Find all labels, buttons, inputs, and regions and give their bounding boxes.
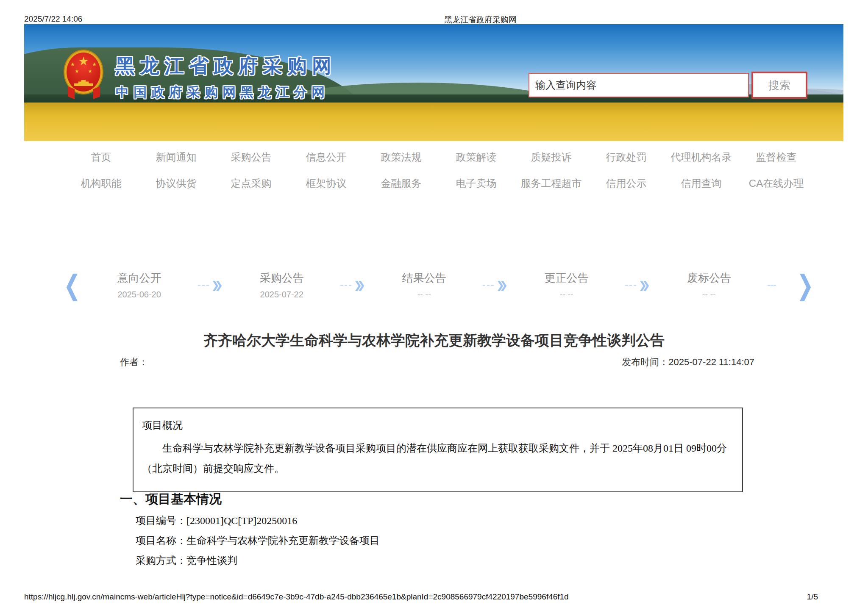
overview-body: 生命科学与农林学院补充更新教学设备项目采购项目的潜在供应商应在网上获取获取采购文… <box>142 438 734 479</box>
print-url: https://hljcg.hlj.gov.cn/maincms-web/art… <box>24 592 569 602</box>
nav-row-2: 机构职能 协议供货 定点采购 框架协议 金融服务 电子卖场 服务工程超市 信用公… <box>64 170 814 197</box>
article-meta: 作者： 发布时间：2025-07-22 11:14:07 <box>120 356 754 369</box>
printed-webpage: 2025/7/22 14:06 黑龙江省政府采购网 ★ ★ ★ ★ ★ 黑龙江省… <box>0 0 868 613</box>
overview-heading: 项目概况 <box>142 419 734 432</box>
nav-item-fixed-point-procurement[interactable]: 定点采购 <box>214 177 289 190</box>
section-basic-heading: 一、项目基本情况 <box>120 491 222 508</box>
timeline-arrow-icon: ❯❯ <box>483 279 508 291</box>
author-label: 作者： <box>120 356 148 369</box>
search-input[interactable] <box>529 73 749 97</box>
dash-line <box>198 285 209 286</box>
timeline-stage-label: 采购公告 <box>244 271 320 286</box>
timeline-stage-label: 意向公开 <box>101 271 178 286</box>
timeline-arrow-icon <box>768 285 776 286</box>
site-subtitle: 中国政府采购网黑龙江分网 <box>116 83 329 101</box>
timeline-stage-procurement[interactable]: 采购公告 2025-07-22 <box>244 271 320 300</box>
notice-timeline: ❮ 意向公开 2025-06-20 ❯❯ 采购公告 2025-07-22 ❯❯ … <box>64 262 814 308</box>
timeline-stage-label: 更正公告 <box>529 271 605 286</box>
timeline-arrow-icon: ❯❯ <box>198 279 223 291</box>
print-page-number: 1/5 <box>807 592 818 602</box>
nav-item-policy-interpretation[interactable]: 政策解读 <box>439 150 514 164</box>
timeline-stage-date: 2025-07-22 <box>244 290 320 300</box>
double-chevron-icon: ❯❯ <box>211 279 223 291</box>
timeline-stage-label: 废标公告 <box>671 271 747 286</box>
chevron-right-icon[interactable]: ❯ <box>797 272 814 299</box>
project-number: 项目编号：[230001]QC[TP]20250016 <box>136 511 380 531</box>
timeline-stage-abandoned[interactable]: 废标公告 -- -- <box>671 271 747 300</box>
nav-item-framework-agreement[interactable]: 框架协议 <box>289 177 364 190</box>
nav-item-credit-publicity[interactable]: 信用公示 <box>589 177 664 190</box>
site-name: 黑龙江省政府采购网 <box>115 53 337 79</box>
nav-item-service-engineering-mall[interactable]: 服务工程超市 <box>514 177 589 190</box>
dash-line <box>483 285 494 286</box>
timeline-stage-result[interactable]: 结果公告 -- -- <box>386 271 462 300</box>
timeline-stage-intent[interactable]: 意向公开 2025-06-20 <box>101 271 178 300</box>
nav-item-policy-laws[interactable]: 政策法规 <box>364 150 439 164</box>
nav-item-agency-directory[interactable]: 代理机构名录 <box>664 150 739 164</box>
chevron-left-icon[interactable]: ❮ <box>64 272 81 299</box>
emblem-ribbon <box>68 86 75 99</box>
star-icon: ★ <box>70 62 75 67</box>
project-name: 项目名称：生命科学与农林学院补充更新教学设备项目 <box>136 531 380 551</box>
search-button[interactable]: 搜索 <box>751 72 807 99</box>
nav-item-supervision[interactable]: 监督检查 <box>739 150 814 164</box>
double-chevron-icon: ❯❯ <box>496 279 508 291</box>
double-chevron-icon: ❯❯ <box>353 279 365 291</box>
dash-line <box>625 285 636 286</box>
timeline-stage-label: 结果公告 <box>386 271 462 286</box>
timeline-stage-date: -- -- <box>529 290 605 300</box>
star-icon: ★ <box>78 55 89 67</box>
dash-line <box>340 285 351 286</box>
star-icon: ★ <box>92 62 97 67</box>
project-overview-box: 项目概况 生命科学与农林学院补充更新教学设备项目采购项目的潜在供应商应在网上获取… <box>133 408 743 492</box>
nav-item-agreement-supply[interactable]: 协议供货 <box>139 177 214 190</box>
timeline-stage-date: 2025-06-20 <box>101 290 178 300</box>
nav-item-ca-online[interactable]: CA在线办理 <box>739 177 814 190</box>
timeline-arrow-icon: ❯❯ <box>625 279 650 291</box>
main-nav: 首页 新闻通知 采购公告 信息公开 政策法规 政策解读 质疑投诉 行政处罚 代理… <box>64 144 814 197</box>
national-emblem-icon: ★ ★ ★ ★ ★ <box>64 50 103 98</box>
nav-item-info-disclosure[interactable]: 信息公开 <box>289 150 364 164</box>
print-timestamp: 2025/7/22 14:06 <box>24 14 82 24</box>
procurement-method: 采购方式：竞争性谈判 <box>136 551 380 571</box>
banner-golden-field <box>24 103 843 141</box>
nav-item-procurement-notice[interactable]: 采购公告 <box>214 150 289 164</box>
nav-item-complaints[interactable]: 质疑投诉 <box>514 150 589 164</box>
nav-item-home[interactable]: 首页 <box>64 150 139 164</box>
timeline-arrow-icon: ❯❯ <box>340 279 365 291</box>
double-chevron-icon: ❯❯ <box>638 279 650 291</box>
emblem-ribbon <box>93 86 100 99</box>
section-basic-items: 项目编号：[230001]QC[TP]20250016 项目名称：生命科学与农林… <box>136 511 380 571</box>
nav-item-financial-services[interactable]: 金融服务 <box>364 177 439 190</box>
timeline-stage-date: -- -- <box>671 290 747 300</box>
dash-line <box>768 285 776 286</box>
nav-item-news[interactable]: 新闻通知 <box>139 150 214 164</box>
timeline-stage-date: -- -- <box>386 290 462 300</box>
nav-item-org-functions[interactable]: 机构职能 <box>64 177 139 190</box>
nav-row-1: 首页 新闻通知 采购公告 信息公开 政策法规 政策解读 质疑投诉 行政处罚 代理… <box>64 144 814 170</box>
tiananmen-gate-icon <box>74 80 93 86</box>
nav-item-credit-query[interactable]: 信用查询 <box>664 177 739 190</box>
article-title: 齐齐哈尔大学生命科学与农林学院补充更新教学设备项目竞争性谈判公告 <box>0 331 868 350</box>
star-icon: ★ <box>75 69 79 74</box>
site-search: 搜索 <box>529 72 807 99</box>
nav-item-e-marketplace[interactable]: 电子卖场 <box>439 177 514 190</box>
publish-time: 发布时间：2025-07-22 11:14:07 <box>622 356 754 369</box>
site-banner: ★ ★ ★ ★ ★ 黑龙江省政府采购网 中国政府采购网黑龙江分网 搜索 <box>24 24 843 141</box>
timeline-stage-correction[interactable]: 更正公告 -- -- <box>529 271 605 300</box>
nav-item-admin-penalty[interactable]: 行政处罚 <box>589 150 664 164</box>
star-icon: ★ <box>88 69 92 74</box>
